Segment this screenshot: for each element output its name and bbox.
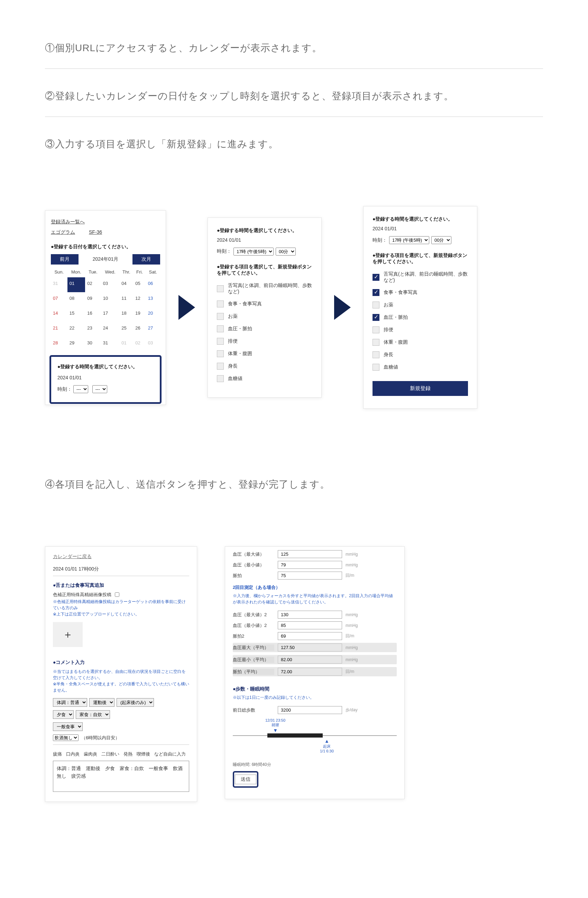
checkbox-icon[interactable]	[217, 313, 224, 320]
select-time-label-2: ●登録する時間を選択してください。	[217, 228, 312, 234]
check-item[interactable]: 排便	[217, 335, 312, 348]
checkbox-icon[interactable]	[217, 338, 224, 345]
unit-label: mmHg	[346, 552, 358, 557]
measurement-input[interactable]	[278, 632, 342, 640]
steps-input[interactable]	[278, 706, 342, 714]
hour-select-blank[interactable]: ---	[73, 385, 88, 393]
check-item[interactable]: 食事・食事写真	[373, 286, 468, 299]
checkbox-icon[interactable]	[373, 364, 379, 371]
measurements-panel: 血圧（最大値）mmHg血圧（最小値）mmHg脈拍回/m 2回目測定（ある場合） …	[225, 546, 405, 799]
measurement-label: 血圧（最小値）2	[233, 623, 274, 629]
second-measure-note: ※入力後、欄からフォーカスを外すと平均値が表示されます。2回目入力の場合平均値が…	[233, 593, 397, 605]
check-item[interactable]: お薬	[373, 299, 468, 311]
unit-label: mmHg	[346, 657, 358, 662]
unit-label: 回/m	[346, 669, 354, 675]
checkbox-icon[interactable]	[373, 301, 379, 308]
body-condition-select[interactable]: 体調：普通	[53, 698, 87, 707]
checkbox-icon[interactable]	[217, 350, 224, 357]
comment-textarea[interactable]: 体調：普通 運動後 夕食 家食：自炊 一般食事 飲酒無し 疲労感	[53, 761, 189, 792]
tag-label: 発熱	[123, 751, 132, 757]
measurement-row: 血圧（最大値）2mmHg	[233, 610, 397, 619]
time-select-box: ●登録する時間を選択してください。 2024 01/01 時刻： --- ---	[49, 355, 162, 404]
measurement-input[interactable]	[278, 561, 342, 569]
checkbox-icon[interactable]	[373, 339, 379, 346]
calendar-grid[interactable]: Sun.Mon.Tue.Wed.Thr.Fri.Sat. 31010203040…	[51, 267, 160, 352]
unit-label: mmHg	[346, 645, 358, 650]
measurement-input[interactable]	[278, 550, 342, 558]
color-correction-checkbox[interactable]	[115, 592, 119, 597]
hour-select-3[interactable]: 17時 (午後5時)	[389, 236, 429, 244]
measurement-input[interactable]	[278, 621, 342, 629]
measurement-input[interactable]	[278, 610, 342, 619]
check-item[interactable]: 排便	[373, 324, 468, 336]
checkbox-icon[interactable]	[373, 289, 379, 296]
tag-label: 喫煙後	[137, 751, 150, 757]
minute-select-3[interactable]: 00分	[431, 236, 451, 244]
measurement-label: 血圧（最小値）	[233, 562, 274, 568]
check-item[interactable]: お薬	[217, 310, 312, 323]
checkbox-icon[interactable]	[217, 363, 224, 370]
entry-form-panel: カレンダーに戻る 2024 01/01 17時00分 ●舌または食事写真追加 色…	[45, 546, 197, 802]
check-item[interactable]: 食事・食事写真	[217, 298, 312, 310]
add-photo-button[interactable]: ＋	[53, 622, 83, 647]
step-2-heading: ②登録したいカレンダーの日付をタップし時刻を選択すると、登録項目が表示されます。	[45, 89, 543, 117]
check-item[interactable]: 体重・腹囲	[217, 348, 312, 360]
step-1-heading: ①個別URLにアクセスすると、カレンダーが表示されます。	[45, 42, 543, 69]
exercise-select[interactable]: 運動後	[89, 698, 114, 707]
checkbox-icon[interactable]	[217, 325, 224, 332]
step-3-heading: ③入力する項目を選択し「新規登録」に進みます。	[45, 138, 543, 165]
check-item[interactable]: 血圧・脈拍	[373, 311, 468, 324]
minute-select-2[interactable]: 00分	[276, 248, 296, 255]
minute-select-blank[interactable]: ---	[92, 385, 107, 393]
check-item[interactable]: 舌写真(と体調、前日の睡眠時間、歩数など)	[373, 268, 468, 286]
measurement-label: 血圧最小（平均）	[233, 657, 274, 663]
check-item[interactable]: 身長	[217, 360, 312, 372]
measurement-input	[278, 656, 342, 664]
registered-list-link[interactable]: 登録済み一覧へ	[51, 219, 160, 225]
entry-timestamp: 2024 01/01 17時00分	[53, 566, 189, 572]
calendar-panel: 登録済み一覧へ エゴグラム SF-36 ●登録する日付を選択してください。 前月…	[45, 210, 166, 405]
checkbox-icon[interactable]	[217, 285, 224, 292]
register-button[interactable]: 新規登録	[373, 381, 468, 396]
check-item[interactable]: 血糖値	[373, 361, 468, 374]
arrow-icon	[334, 295, 351, 320]
tab-egogram[interactable]: エゴグラム	[51, 229, 75, 235]
measurement-label: 血圧（最大値）	[233, 551, 274, 557]
tag-label: 二日酔い	[102, 751, 119, 757]
dinner-select[interactable]: 夕食	[53, 710, 74, 719]
check-item[interactable]: 血糖値	[217, 372, 312, 385]
check-item[interactable]: 血圧・脈拍	[217, 323, 312, 335]
back-to-calendar-link[interactable]: カレンダーに戻る	[53, 554, 189, 560]
measurement-row: 血圧最小（平均）mmHg	[233, 655, 397, 664]
check-item[interactable]: 舌写真(と体調、前日の睡眠時間、歩数など)	[217, 280, 312, 298]
meal-type-select[interactable]: 一般食事	[53, 722, 83, 731]
measurement-input	[278, 643, 342, 652]
checkbox-icon[interactable]	[373, 274, 379, 281]
select-time-label-3: ●登録する時間を選択してください。	[373, 216, 468, 222]
measurement-row: 血圧（最大値）mmHg	[233, 550, 397, 558]
checkbox-icon[interactable]	[217, 300, 224, 308]
sleep-timeline[interactable]: 12/31 23:50 就寝 ▼ ▲ 起床 1/1 6:30	[233, 718, 397, 756]
unit-label: 回/m	[346, 633, 354, 639]
triangle-down-icon: ▼	[265, 727, 285, 733]
send-button[interactable]: 送信	[233, 771, 259, 788]
measurement-input[interactable]	[278, 572, 342, 580]
items-panel-checked: ●登録する時間を選択してください。 2024 01/01 時刻： 17時 (午後…	[363, 206, 477, 409]
next-month-button[interactable]: 次月	[132, 254, 160, 264]
checkbox-icon[interactable]	[373, 314, 379, 321]
tab-sf36[interactable]: SF-36	[89, 229, 102, 235]
checkbox-icon[interactable]	[373, 351, 379, 358]
check-item[interactable]: 体重・腹囲	[373, 336, 468, 349]
unit-label: mmHg	[346, 623, 358, 628]
check-item[interactable]: 身長	[373, 349, 468, 361]
checkbox-icon[interactable]	[217, 375, 224, 382]
hour-select-2[interactable]: 17時 (午後5時)	[234, 248, 274, 255]
tag-label: 歯肉炎	[84, 751, 97, 757]
tag-label: 疲痛	[53, 751, 62, 757]
measurement-row: 脈拍（平均）回/m	[233, 667, 397, 677]
alcohol-select[interactable]: 飲酒無し	[53, 735, 79, 741]
wake-select[interactable]: (起床後のみ)	[117, 698, 154, 707]
prev-month-button[interactable]: 前月	[51, 254, 79, 264]
home-cooking-select[interactable]: 家食：自炊	[76, 710, 110, 719]
checkbox-icon[interactable]	[373, 326, 379, 333]
